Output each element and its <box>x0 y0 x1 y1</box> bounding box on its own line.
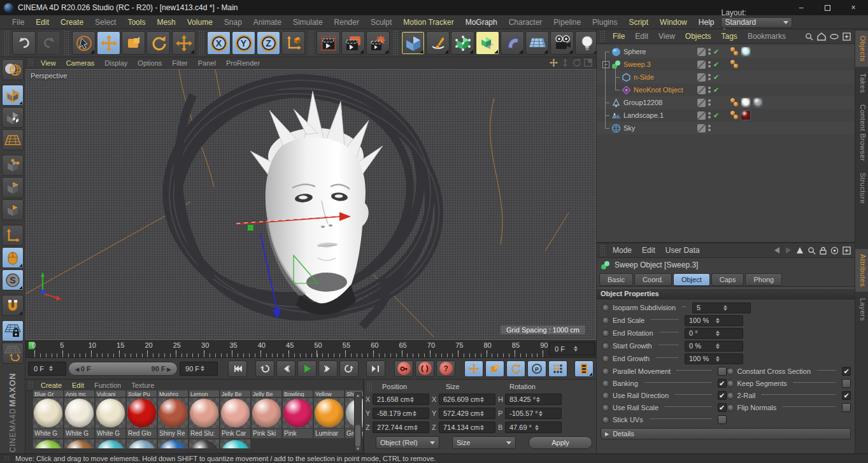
viewport[interactable]: Perspective Grid Spacing : 1000 cm <box>25 69 596 340</box>
goto-start-button[interactable] <box>228 360 247 377</box>
light-button[interactable] <box>575 31 599 55</box>
property-value-field[interactable]: 100 % <box>685 353 743 364</box>
menu-item[interactable]: Create <box>55 17 89 28</box>
section-header[interactable]: Object Properties <box>597 288 855 299</box>
material-thumbnail[interactable] <box>96 439 125 448</box>
material-thumbnail[interactable] <box>33 398 63 428</box>
material-item[interactable]: White G <box>33 398 63 438</box>
keyframe-radio-icon[interactable] <box>602 304 609 311</box>
spline-pen-button[interactable] <box>426 31 450 55</box>
property-value-field[interactable]: 100 % <box>685 315 743 326</box>
stepper[interactable] <box>715 318 743 324</box>
track-target-icon[interactable] <box>830 246 839 255</box>
material-item[interactable]: Luminar <box>314 398 344 438</box>
layer-icon[interactable] <box>697 73 706 82</box>
size-field[interactable]: 714.134 cm <box>439 422 495 433</box>
stepper[interactable] <box>200 366 216 371</box>
points-mode-button[interactable] <box>2 155 24 176</box>
z-axis-lock-button[interactable]: Z <box>257 31 280 55</box>
object-manager-menu-item[interactable]: Edit <box>630 31 653 41</box>
checkbox[interactable]: ✔ <box>718 403 727 412</box>
palette-handle[interactable] <box>28 59 33 67</box>
viewport-menu-item[interactable]: Filter <box>167 59 192 68</box>
history-forward-icon[interactable] <box>785 246 792 254</box>
texture-tag-icon[interactable] <box>741 97 751 108</box>
camera-label[interactable]: Perspective <box>31 72 67 80</box>
undo-button[interactable] <box>12 31 36 55</box>
menu-item[interactable]: Animate <box>248 17 287 28</box>
workplane-lock-button[interactable] <box>2 320 24 341</box>
keyframe-radio-icon[interactable] <box>727 367 734 375</box>
minimize-button[interactable]: – <box>790 1 812 15</box>
enabled-check-icon[interactable]: ✔ <box>713 86 722 94</box>
panel-tab[interactable]: Structure <box>855 167 868 209</box>
rotate-tool-button[interactable] <box>146 31 170 55</box>
menu-item[interactable]: Pipeline <box>548 17 587 28</box>
pan-view-icon[interactable] <box>550 59 558 67</box>
layer-icon[interactable] <box>697 99 706 107</box>
object-manager-menu-item[interactable]: Bookmarks <box>743 31 791 41</box>
menu-item[interactable]: Script <box>623 17 654 28</box>
phong-tag-icon[interactable] <box>730 60 739 69</box>
keyframe-radio-icon[interactable] <box>727 404 734 411</box>
enabled-check-icon[interactable]: ✔ <box>713 61 722 69</box>
menu-item[interactable]: Render <box>329 17 365 28</box>
keyframe-radio-icon[interactable] <box>602 392 609 399</box>
viewport-menu-item[interactable]: Options <box>132 59 167 68</box>
coordinate-system-button[interactable] <box>281 31 305 55</box>
palette-handle[interactable] <box>308 31 313 55</box>
material-item[interactable]: White G <box>96 398 125 438</box>
camera-button[interactable] <box>550 31 574 55</box>
move-tool-button[interactable] <box>97 31 120 55</box>
menu-item[interactable]: Motion Tracker <box>397 17 459 28</box>
panel-tab[interactable]: Takes <box>855 68 868 98</box>
enabled-check-icon[interactable]: ✔ <box>713 73 722 82</box>
axis-mode-button[interactable] <box>2 225 24 246</box>
layer-icon[interactable] <box>697 111 706 120</box>
keyframe-radio-icon[interactable] <box>602 380 609 387</box>
palette-handle[interactable] <box>4 31 9 55</box>
menu-item[interactable]: Snap <box>218 17 248 28</box>
history-back-icon[interactable] <box>773 246 781 254</box>
lock-icon[interactable] <box>820 246 827 255</box>
stepper[interactable] <box>538 411 560 417</box>
object-manager-menu-item[interactable]: Objects <box>680 31 716 41</box>
key-scale-button[interactable] <box>485 360 504 377</box>
palette-handle[interactable] <box>4 455 9 462</box>
keyframe-radio-icon[interactable] <box>727 380 734 387</box>
rotation-field[interactable]: 83.425 ° <box>505 394 562 405</box>
polygons-mode-button[interactable] <box>2 199 24 220</box>
size-field[interactable]: 626.609 cm <box>439 394 495 405</box>
render-settings-button[interactable] <box>366 31 390 55</box>
render-picture-viewer-button[interactable] <box>341 31 365 55</box>
viewport-solo-button[interactable] <box>2 247 24 268</box>
material-item[interactable]: White G <box>64 398 94 438</box>
phong-tag-icon[interactable] <box>730 47 739 56</box>
search-icon[interactable] <box>805 32 813 41</box>
material-thumbnail[interactable] <box>64 439 94 448</box>
generators-sweep-button[interactable] <box>476 31 499 55</box>
visibility-dots-icon[interactable] <box>708 125 711 131</box>
property-value-field[interactable]: 0 ° <box>685 328 743 339</box>
material-menu-item[interactable]: Texture <box>126 381 159 390</box>
details-section-toggle[interactable]: ▶ Details <box>601 428 851 439</box>
rotation-field[interactable]: -105.57 ° <box>505 408 562 419</box>
goto-next-key-button[interactable] <box>339 360 359 377</box>
keyframe-radio-icon[interactable] <box>602 342 609 350</box>
stepper[interactable] <box>480 411 494 417</box>
redo-button[interactable] <box>37 31 60 55</box>
menu-item[interactable]: Character <box>503 17 548 28</box>
material-thumbnail[interactable] <box>314 398 344 428</box>
object-manager-menu-item[interactable]: Tags <box>716 31 743 41</box>
palette-handle[interactable] <box>64 31 69 55</box>
material-thumbnail[interactable] <box>127 398 157 428</box>
stepper[interactable] <box>715 331 743 336</box>
attribute-tab[interactable]: Object <box>673 273 710 286</box>
texture-tag-icon[interactable] <box>741 110 751 120</box>
collapse-expander[interactable]: − <box>602 61 609 68</box>
object-row[interactable]: Landscape.1 ✔ <box>597 109 855 122</box>
timeline-ruler[interactable]: 051015202530354045505560657075808590 0 F <box>25 340 596 358</box>
coordinate-mode-dropdown[interactable]: Object (Rel) <box>376 436 439 449</box>
add-panel-icon[interactable] <box>843 246 851 255</box>
keyframe-radio-icon[interactable] <box>602 329 609 337</box>
